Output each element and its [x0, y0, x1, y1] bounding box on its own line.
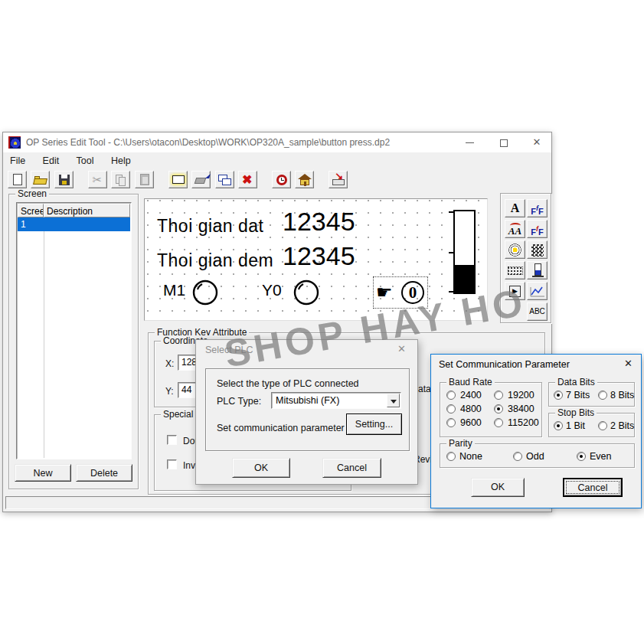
tool-palette: A FfF AA FfF ▶ ABC [500, 193, 551, 323]
comm-close-button[interactable]: ✕ [624, 358, 633, 369]
plc-type-combobox[interactable]: Mitsubishi (FX) [271, 392, 401, 409]
save-floppy-icon [59, 175, 70, 185]
home-button[interactable] [295, 171, 314, 188]
home-icon [298, 174, 312, 179]
minimize-icon [466, 142, 474, 143]
new-screen-button[interactable] [168, 171, 188, 188]
f-function-red-icon: FfF [531, 227, 543, 237]
titlebar[interactable]: OP Series Edit Tool - C:\Users\otacon\De… [3, 132, 551, 152]
x-label: X: [165, 358, 174, 369]
parity-even-label: Even [590, 451, 612, 462]
baud-2400-label: 2400 [460, 390, 482, 400]
bitmap-tool[interactable] [527, 240, 548, 259]
lamp-1-icon[interactable] [191, 278, 220, 307]
baud-9600-radio[interactable] [446, 418, 456, 427]
canvas-value-2[interactable]: 12345 [283, 241, 355, 271]
baud-2400-radio[interactable] [446, 391, 456, 400]
combo-dropdown-button[interactable] [387, 394, 400, 407]
page: OP Series Edit Tool - C:\Users\otacon\De… [0, 0, 644, 644]
minimize-button[interactable] [455, 132, 484, 152]
delete-x-icon: ✖ [242, 172, 252, 187]
copy-button[interactable] [111, 171, 130, 188]
abc-text-tool[interactable]: ABC [527, 302, 548, 321]
comm-cancel-button[interactable]: Cancel [563, 478, 623, 497]
lamp-1-label[interactable]: M1 [163, 281, 185, 299]
delete-screen-button[interactable]: ✖ [238, 171, 257, 188]
close-button[interactable]: ✕ [522, 132, 551, 152]
maximize-button[interactable] [489, 132, 518, 152]
new-screen-list-button[interactable]: New [15, 464, 71, 482]
plc-cancel-button[interactable]: Cancel [322, 458, 381, 478]
data-bits-7-radio[interactable] [554, 391, 563, 400]
baud-19200-label: 19200 [508, 390, 534, 400]
data-bits-8-radio[interactable] [598, 391, 607, 400]
new-file-button[interactable] [8, 171, 27, 188]
canvas-text-2[interactable]: Thoi gian dem [157, 250, 273, 271]
screen-row-1[interactable]: 1 [18, 217, 130, 231]
lamp-2-label[interactable]: Y0 [262, 281, 282, 299]
stop-bits-group: Stop Bits 1 Bit 2 Bits [548, 413, 635, 437]
text-flip-tool[interactable]: AA [505, 220, 525, 238]
column-header-description[interactable]: Description [44, 204, 130, 217]
trend-line-icon [529, 285, 546, 299]
baud-rate-group: Baud Rate 2400 19200 4800 38400 9600 115… [440, 382, 542, 437]
alarm-button[interactable] [272, 171, 291, 188]
double-checkbox[interactable] [167, 435, 177, 445]
data-bits-7-label: 7 Bits [566, 390, 590, 400]
column-header-screen[interactable]: Scree [18, 204, 44, 217]
baud-rate-title: Baud Rate [446, 377, 495, 387]
trend-graph-tool[interactable] [527, 282, 548, 300]
baud-4800-radio[interactable] [446, 404, 456, 414]
baud-38400-radio[interactable] [494, 404, 503, 414]
dynamic-text-tool[interactable]: FfF [527, 199, 548, 217]
canvas-text-1[interactable]: Thoi gian dat [157, 216, 263, 237]
comm-ok-button[interactable]: OK [471, 478, 525, 497]
menu-tool[interactable]: Tool [70, 152, 101, 166]
baud-19200-radio[interactable] [494, 391, 503, 400]
menu-edit[interactable]: Edit [36, 152, 67, 166]
baud-115200-radio[interactable] [494, 418, 503, 427]
static-text-tool[interactable]: A [505, 199, 525, 217]
screen-table[interactable]: Scree Description 1 [16, 202, 132, 459]
screen-canvas[interactable]: Thoi gian dat 12345 Thoi gian dem 12345 … [144, 198, 488, 321]
select-plc-title: Select PLC [205, 345, 253, 355]
play-icon: ▶ [509, 286, 521, 297]
bar-gauge-icon [534, 263, 541, 276]
download-button[interactable]: ↘ [329, 171, 348, 188]
bar-graph-object[interactable] [453, 210, 476, 294]
stop-bits-1-radio[interactable] [554, 421, 563, 430]
lamp-tool[interactable] [505, 240, 525, 259]
jump-tool[interactable]: ▶ [505, 282, 525, 300]
parity-odd-radio[interactable] [513, 452, 522, 461]
save-button[interactable] [54, 171, 74, 188]
menu-file[interactable]: File [3, 152, 32, 166]
menu-help[interactable]: Help [104, 152, 138, 166]
red-arc-icon [510, 223, 521, 228]
inverse-checkbox[interactable] [167, 459, 177, 469]
paste-button[interactable] [135, 171, 154, 188]
canvas-value-1[interactable]: 12345 [283, 207, 355, 237]
parity-title: Parity [446, 438, 475, 449]
cut-scissors-icon: ✂ [93, 173, 103, 187]
cut-button[interactable]: ✂ [88, 171, 107, 188]
stop-bits-2-radio[interactable] [598, 421, 607, 430]
baud-115200-label: 115200 [508, 417, 539, 428]
toolbar: ✂ ✖ ↘ [3, 169, 551, 192]
plc-ok-button[interactable]: OK [232, 458, 290, 478]
plc-prompt: Select the type of PLC connected [217, 378, 359, 389]
parity-none-radio[interactable] [446, 452, 456, 461]
setting-button[interactable]: Setting... [346, 414, 402, 435]
open-file-button[interactable] [31, 171, 50, 188]
copy-screen-button[interactable] [215, 171, 234, 188]
lamp-2-icon[interactable] [292, 278, 321, 307]
hand-press-icon: ☛ [376, 282, 393, 303]
delete-screen-list-button[interactable]: Delete [76, 464, 132, 482]
data-display-tool[interactable] [505, 261, 525, 280]
select-plc-close-button[interactable]: ✕ [397, 343, 406, 355]
parity-even-radio[interactable] [577, 452, 586, 461]
baud-38400-label: 38400 [508, 404, 534, 414]
edit-screen-button[interactable] [191, 171, 211, 188]
bar-graph-tool[interactable] [527, 261, 548, 280]
function-key-object[interactable]: ☛ 0 [373, 276, 428, 309]
function-key-tool[interactable]: FfF [527, 220, 548, 238]
